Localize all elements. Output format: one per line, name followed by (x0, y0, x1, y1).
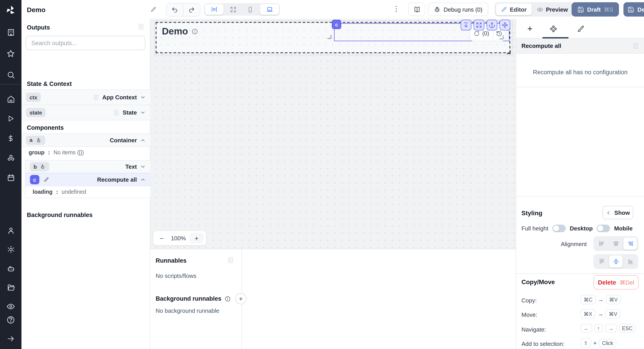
move-shortcuts: ⌘X → ⌘V (580, 309, 620, 318)
state-context-heading: State & Context (27, 81, 72, 87)
zoom-out-button[interactable]: − (156, 234, 167, 242)
chevron-down-icon (140, 110, 146, 115)
add-background-runnable-button[interactable]: + (235, 293, 246, 304)
group-property-row[interactable]: group : No items ([]) (22, 147, 150, 158)
favorites-star-icon[interactable] (0, 47, 22, 60)
kbd-cmd-v: ⌘V (606, 309, 620, 318)
mobile-view-phone-icon[interactable] (240, 4, 260, 15)
app-canvas[interactable]: Demo c (0) − 100% + (150, 19, 516, 249)
deploy-button[interactable]: Deploy (624, 2, 644, 17)
align-left-button[interactable] (595, 238, 608, 250)
container-resize-handle[interactable] (507, 50, 511, 54)
c-type-label: Recompute all (97, 176, 137, 183)
resources-cubes-icon[interactable] (0, 151, 22, 165)
search-icon[interactable] (0, 68, 22, 82)
windmill-logo[interactable] (5, 5, 16, 18)
canvas-demo-heading: Demo (162, 26, 188, 37)
audit-eye-icon[interactable] (0, 299, 22, 313)
folders-icon[interactable] (0, 281, 22, 294)
plus-separator: + (593, 339, 596, 346)
help-icon[interactable] (0, 313, 22, 327)
undo-button[interactable] (166, 4, 183, 16)
ctx-row[interactable]: ctx App Context (22, 90, 150, 105)
edit-title-pencil-icon[interactable] (150, 6, 156, 13)
component-config-header: Recompute all (516, 39, 644, 54)
search-outputs-input[interactable] (26, 36, 145, 50)
config-doc-icon[interactable] (632, 43, 639, 49)
doc-icon (93, 94, 99, 101)
edit-pencil-icon[interactable] (44, 177, 49, 183)
navigate-label: Navigate: (522, 326, 546, 333)
align-center-vertical-button[interactable] (609, 255, 622, 268)
preview-label: Preview (546, 6, 568, 13)
anchor-button[interactable] (486, 20, 497, 31)
align-bottom-button[interactable] (624, 255, 637, 268)
debug-runs-label: Debug runs (0) (444, 6, 482, 13)
state-badge: state (26, 108, 46, 117)
loading-property-row[interactable]: loading : undefined (26, 186, 150, 198)
debug-runs-button[interactable]: Debug runs (0) (428, 3, 488, 16)
component-row-c-selected[interactable]: c Recompute all (26, 173, 150, 186)
chevron-down-icon (140, 94, 146, 100)
workspace-icon[interactable] (0, 26, 22, 39)
outputs-doc-icon[interactable] (138, 23, 144, 30)
variables-dollar-icon[interactable] (0, 132, 22, 145)
component-settings-tab[interactable] (546, 19, 561, 39)
centered-layout-button[interactable] (205, 4, 224, 15)
selected-component-tab[interactable]: c (332, 20, 341, 29)
no-background-text: No background runnable (156, 307, 219, 314)
outputs-panel: Outputs State & Context ctx App Context … (22, 19, 150, 349)
docs-book-button[interactable] (408, 3, 425, 16)
styling-brush-tab[interactable] (573, 19, 588, 39)
move-button[interactable] (500, 20, 510, 31)
loading-value: undefined (62, 189, 86, 195)
user-icon[interactable] (0, 224, 22, 237)
resize-handle[interactable] (327, 35, 332, 39)
align-right-button[interactable] (624, 238, 637, 250)
colon: : (48, 149, 50, 156)
runnables-doc-icon[interactable] (227, 257, 234, 263)
draft-button[interactable]: Draft ⌘S (572, 2, 619, 17)
info-icon (192, 28, 198, 35)
group-key: group (28, 149, 44, 156)
horizontal-alignment-group (594, 236, 638, 251)
fullscreen-expand-button[interactable] (474, 20, 484, 31)
editor-tab[interactable]: Editor (496, 4, 532, 15)
expand-rail-arrow-icon[interactable] (0, 332, 22, 345)
preview-tab[interactable]: Preview (532, 4, 573, 15)
delete-label: Delete (598, 279, 616, 286)
zoom-in-button[interactable]: + (190, 233, 204, 243)
home-icon[interactable] (0, 92, 22, 106)
insert-component-tab[interactable]: + (522, 19, 538, 39)
component-row-b[interactable]: b Text (26, 161, 150, 173)
full-height-toggle[interactable] (552, 225, 566, 232)
rail-divider (0, 84, 22, 85)
a-type-label: Container (110, 137, 137, 143)
workers-robot-icon[interactable] (0, 262, 22, 275)
desktop-view-laptop-icon[interactable] (260, 4, 279, 15)
vertical-alignment-group (594, 254, 638, 269)
kebab-menu[interactable]: ⋮ (393, 5, 400, 13)
ctx-badge: ctx (26, 93, 41, 102)
settings-gear-icon[interactable] (0, 243, 22, 256)
schedules-calendar-icon[interactable] (0, 171, 22, 185)
component-row-a[interactable]: a Container (22, 133, 150, 147)
expand-down-button[interactable] (461, 20, 471, 31)
settings-panel: + Recompute all Recompute all has no con… (516, 19, 644, 349)
runs-play-icon[interactable] (0, 112, 22, 126)
zoom-level: 100% (167, 235, 190, 241)
kbd-cmd-v: ⌘V (606, 295, 621, 304)
add-to-selection-label: Add to selection: (522, 340, 564, 347)
editor-pencil-icon (501, 6, 507, 13)
resize-handle[interactable] (500, 35, 504, 39)
preview-eye-icon (536, 6, 543, 13)
delete-component-button[interactable]: Delete ⌘Del (594, 275, 639, 289)
align-top-button[interactable] (595, 255, 608, 268)
draft-label: Draft (587, 6, 601, 13)
show-styling-button[interactable]: Show (602, 206, 633, 219)
state-row[interactable]: state State (22, 105, 150, 120)
redo-button[interactable] (183, 4, 200, 16)
colon: : (56, 189, 58, 195)
align-center-horizontal-button[interactable] (609, 238, 622, 250)
desktop-mobile-toggle[interactable] (597, 225, 610, 232)
